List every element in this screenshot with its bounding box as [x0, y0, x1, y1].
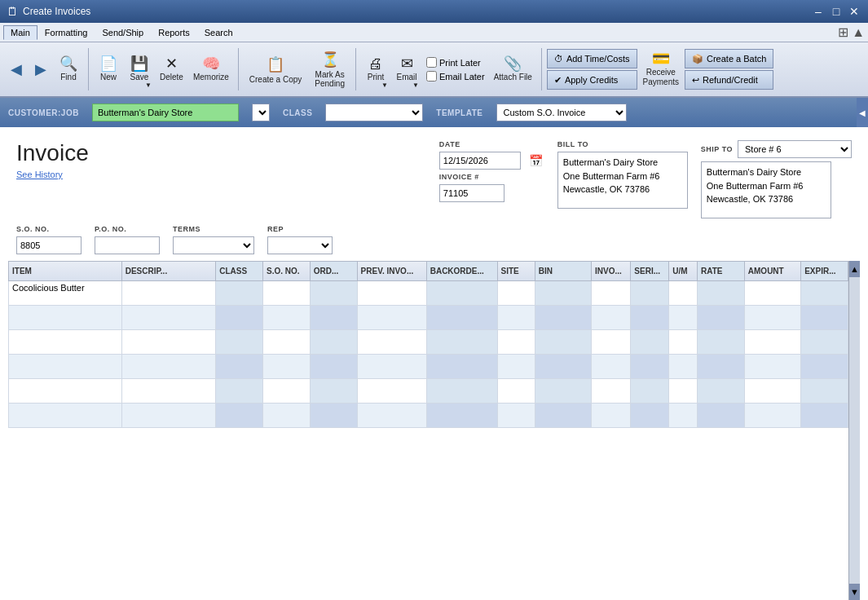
cell-seri[interactable] [631, 355, 669, 379]
cell-class[interactable] [216, 379, 263, 404]
cell-ord[interactable] [310, 330, 357, 355]
cell-expir[interactable] [801, 355, 848, 379]
cell-rate[interactable] [698, 404, 745, 428]
cell-rate[interactable] [698, 281, 745, 306]
cell-amount[interactable] [744, 379, 800, 404]
cell-bin[interactable] [535, 281, 591, 306]
cell-amount[interactable] [744, 330, 800, 355]
cell-site[interactable] [497, 404, 535, 428]
menu-item-main[interactable]: Main [3, 25, 37, 40]
po-no-input[interactable] [95, 236, 160, 254]
find-button[interactable]: 🔍 Find [54, 47, 83, 91]
date-input[interactable] [439, 152, 521, 170]
cell-expir[interactable] [801, 306, 848, 330]
cell-class[interactable] [216, 355, 263, 379]
save-button[interactable]: 💾 Save ▼ [125, 47, 154, 91]
cell-class[interactable] [216, 404, 263, 428]
cell-ord[interactable] [310, 281, 357, 306]
attach-file-button[interactable]: 📎 Attach File [490, 47, 536, 91]
email-later-checkbox[interactable] [426, 71, 437, 82]
cell-seri[interactable] [631, 330, 669, 355]
cell-bin[interactable] [535, 306, 591, 330]
table-row[interactable]: Cocolicious Butter [9, 281, 848, 306]
table-row[interactable] [9, 404, 848, 428]
cell-sono[interactable] [263, 330, 311, 355]
cell-sono[interactable] [263, 379, 311, 404]
create-copy-button[interactable]: 📋 Create a Copy [244, 47, 307, 91]
cell-invo[interactable] [592, 355, 631, 379]
ship-to-select[interactable]: Store # 6 [738, 140, 852, 158]
ship-to-address[interactable]: Butterman's Dairy Store One Butterman Fa… [701, 161, 831, 218]
cell-ord[interactable] [310, 379, 357, 404]
see-history-link[interactable]: See History [16, 170, 89, 179]
cell-invo[interactable] [592, 330, 631, 355]
cell-expir[interactable] [801, 404, 848, 428]
cell-description[interactable] [121, 281, 216, 306]
cell-prev_invo[interactable] [357, 379, 426, 404]
cell-ord[interactable] [310, 404, 357, 428]
cell-sono[interactable] [263, 404, 311, 428]
email-button[interactable]: ✉ Email ▼ [392, 47, 421, 91]
cell-prev_invo[interactable] [357, 306, 426, 330]
print-later-checkbox[interactable] [426, 57, 437, 68]
cell-invo[interactable] [592, 281, 631, 306]
cell-rate[interactable] [698, 355, 745, 379]
cell-class[interactable] [216, 306, 263, 330]
cell-um[interactable] [669, 404, 698, 428]
cell-prev_invo[interactable] [357, 330, 426, 355]
apply-credits-button[interactable]: ✔ Apply Credits [547, 70, 637, 90]
cell-rate[interactable] [698, 306, 745, 330]
table-row[interactable] [9, 379, 848, 404]
cell-item[interactable] [9, 306, 122, 330]
cell-rate[interactable] [698, 379, 745, 404]
scroll-down-button[interactable]: ▼ [849, 584, 860, 600]
cell-seri[interactable] [631, 281, 669, 306]
cell-prev_invo[interactable] [357, 281, 426, 306]
expand-icon[interactable]: ⊞ [838, 24, 848, 40]
minimize-button[interactable]: – [811, 4, 826, 19]
cell-um[interactable] [669, 281, 698, 306]
cell-site[interactable] [497, 379, 535, 404]
cell-seri[interactable] [631, 379, 669, 404]
cell-um[interactable] [669, 379, 698, 404]
so-no-input[interactable] [16, 236, 82, 254]
cell-um[interactable] [669, 355, 698, 379]
cell-seri[interactable] [631, 404, 669, 428]
add-time-costs-button[interactable]: ⏱ Add Time/Costs [547, 49, 637, 68]
vertical-scrollbar[interactable]: ▲ ▼ [848, 261, 860, 600]
prev-button[interactable]: ◀ [5, 47, 28, 91]
cell-bin[interactable] [535, 330, 591, 355]
cell-invo[interactable] [592, 306, 631, 330]
cell-class[interactable] [216, 281, 263, 306]
cell-description[interactable] [121, 404, 216, 428]
close-button[interactable]: ✕ [847, 4, 861, 19]
receive-payments-button[interactable]: 💳 Receive Payments [639, 47, 683, 91]
print-button[interactable]: 🖨 Print ▼ [361, 47, 390, 91]
cell-description[interactable] [121, 379, 216, 404]
terms-select[interactable] [173, 236, 254, 254]
cell-invo[interactable] [592, 404, 631, 428]
next-button[interactable]: ▶ [29, 47, 52, 91]
cell-site[interactable] [497, 355, 535, 379]
date-picker-button[interactable]: 📅 [527, 154, 544, 167]
maximize-button[interactable]: □ [829, 4, 844, 19]
cell-amount[interactable] [744, 355, 800, 379]
cell-sono[interactable] [263, 281, 311, 306]
cell-class[interactable] [216, 330, 263, 355]
cell-seri[interactable] [631, 306, 669, 330]
cell-description[interactable] [121, 306, 216, 330]
delete-button[interactable]: ✕ Delete [156, 47, 187, 91]
split-handle[interactable]: ◀ [857, 98, 868, 127]
print-later-checkbox-label[interactable]: Print Later [426, 57, 485, 68]
cell-bin[interactable] [535, 404, 591, 428]
cell-ord[interactable] [310, 355, 357, 379]
scroll-up-button[interactable]: ▲ [849, 261, 860, 277]
cell-backorde[interactable] [426, 281, 497, 306]
cell-amount[interactable] [744, 281, 800, 306]
cell-site[interactable] [497, 330, 535, 355]
cell-item[interactable]: Cocolicious Butter [9, 281, 122, 306]
cell-amount[interactable] [744, 306, 800, 330]
bill-to-address[interactable]: Butterman's Dairy Store One Butterman Fa… [557, 152, 688, 209]
new-button[interactable]: 📄 New [94, 47, 123, 91]
cell-backorde[interactable] [426, 404, 497, 428]
